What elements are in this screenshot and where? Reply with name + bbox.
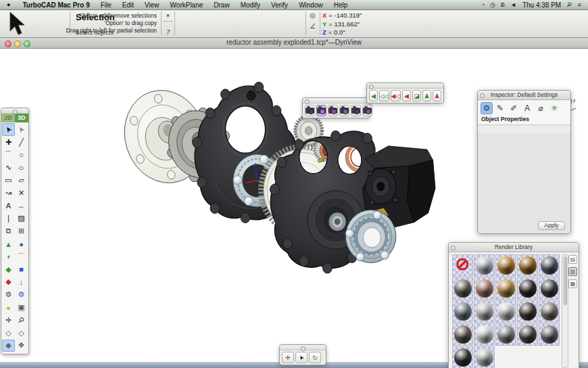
render-options-tool[interactable]: ❖	[15, 340, 28, 352]
polygon-tool[interactable]: ▱	[15, 174, 28, 187]
ellipse-tool[interactable]: ○	[15, 161, 28, 174]
material-swatch[interactable]	[495, 323, 516, 346]
select-crossing-filter[interactable]: ◀◁	[391, 90, 401, 101]
notification-center-icon[interactable]: ≡	[578, 1, 581, 8]
cone-tool[interactable]: ▲	[2, 237, 15, 250]
point-tool[interactable]: ✚	[2, 136, 15, 149]
sphere-tool[interactable]: ●	[15, 237, 28, 250]
material-swatch[interactable]	[539, 254, 560, 277]
render-library-title-bar[interactable]: Render Library	[449, 243, 579, 252]
material-swatch[interactable]	[452, 346, 473, 368]
angle-toggle-icon[interactable]: ∠	[308, 22, 318, 30]
hidden-line-view-tool[interactable]: ◇	[15, 327, 28, 340]
material-swatch[interactable]	[517, 300, 538, 323]
material-swatch[interactable]	[517, 323, 538, 346]
edit-material-button[interactable]: ▥	[568, 267, 577, 276]
render-library-close-button[interactable]	[451, 246, 456, 250]
sketch-line-tool[interactable]: ❘	[2, 212, 15, 225]
material-swatch[interactable]	[495, 300, 516, 323]
camera-photo-button[interactable]	[351, 105, 361, 116]
material-swatch[interactable]	[474, 300, 495, 323]
material-swatch[interactable]	[517, 277, 538, 300]
hatch-tool[interactable]: ▨	[15, 212, 28, 225]
new-material-button[interactable]: ▤	[568, 255, 577, 264]
palette-title-bar[interactable]	[367, 83, 443, 89]
menu-modify[interactable]: Modify	[235, 1, 266, 9]
pan-hand-button[interactable]: ✛	[282, 352, 294, 363]
material-swatch[interactable]	[474, 254, 495, 277]
rectangle-tool[interactable]: ▭	[2, 174, 15, 187]
orbit-button[interactable]: ↻	[309, 352, 321, 363]
filter-dropdown-icon[interactable]: ▼	[162, 13, 174, 19]
shaded-view-tool[interactable]: ◆	[2, 340, 15, 352]
menu-verify[interactable]: Verify	[266, 1, 293, 9]
material-swatch[interactable]	[474, 346, 495, 368]
line-tool[interactable]: ╱	[15, 136, 28, 149]
material-swatch[interactable]	[539, 323, 560, 346]
menu-edit[interactable]: Edit	[117, 1, 139, 9]
text-tool[interactable]: A	[2, 200, 15, 212]
axes-style-tab[interactable]: ✳	[548, 102, 560, 114]
window-title-bar[interactable]: reductor assembly exploded1.tcp*—DynView	[0, 37, 588, 49]
measure-tool[interactable]: ▣	[15, 301, 28, 314]
arc-tool[interactable]: ⌒	[2, 149, 15, 162]
menu-help[interactable]: Help	[328, 1, 353, 9]
gear-tool[interactable]: ⚙	[2, 288, 15, 301]
material-swatch[interactable]	[452, 323, 473, 346]
menu-app[interactable]: TurboCAD Mac Pro 9	[17, 1, 95, 9]
material-list-button[interactable]: ▦	[568, 279, 577, 288]
tab-2d[interactable]: 2D	[1, 114, 15, 122]
material-swatch[interactable]	[452, 277, 473, 300]
select-hidden-filter[interactable]: ♟	[433, 90, 441, 101]
select-outside-filter[interactable]: ◀	[402, 90, 411, 101]
inspector-title-bar[interactable]: Inspector: Default Settings	[478, 91, 570, 100]
sync-menu-icon[interactable]: ◔	[481, 1, 485, 8]
spotlight-icon[interactable]: ⚲	[566, 1, 574, 9]
compass-toggle-icon[interactable]: ◎	[308, 12, 318, 19]
select-inside-filter[interactable]: ◁◁	[379, 90, 389, 101]
plane-tool[interactable]: ◆	[2, 263, 15, 276]
material-swatch[interactable]	[517, 254, 538, 277]
array-tool[interactable]: ⊞	[15, 225, 28, 237]
help-button[interactable]: ?	[162, 28, 174, 36]
camera-iso-button[interactable]	[316, 105, 326, 116]
material-none[interactable]: ⊘	[452, 254, 473, 277]
material-scrollbar[interactable]	[562, 254, 568, 368]
apply-button[interactable]: Apply	[538, 221, 565, 230]
palette-close-button[interactable]	[13, 110, 18, 114]
sphere-yellow-tool[interactable]: ●	[2, 301, 15, 314]
wireframe-view-tool[interactable]: ◇	[2, 327, 15, 340]
revolve-tool[interactable]: ◖	[2, 250, 15, 263]
object-properties-tab[interactable]: ⚙	[481, 102, 493, 114]
extrude-tool[interactable]: ↓	[15, 276, 28, 289]
boolean-tool[interactable]: ◆	[2, 276, 15, 289]
select-all-filter[interactable]: ◀	[369, 90, 378, 101]
bluetooth-menu-icon[interactable]: Ƀ	[501, 1, 505, 8]
dimension-style-tab[interactable]: ⌀	[535, 102, 547, 114]
spline-tool[interactable]: ∿	[2, 161, 15, 174]
material-swatch[interactable]	[539, 277, 560, 300]
clock-menu-icon[interactable]: ◷	[490, 1, 495, 8]
volume-menu-icon[interactable]: ◄	[510, 1, 516, 8]
palette-close-button[interactable]	[305, 99, 310, 104]
menu-view[interactable]: View	[139, 1, 165, 9]
select-open-tool[interactable]: ➤	[15, 123, 28, 136]
camera-front-button[interactable]	[305, 105, 315, 116]
circle-tool[interactable]: ○	[15, 149, 28, 162]
menu-workplane[interactable]: WorkPlane	[165, 1, 209, 9]
inspector-close-button[interactable]	[480, 93, 485, 98]
palette-close-button[interactable]	[369, 85, 374, 89]
gear-assembly-tool[interactable]: ⚙	[15, 288, 28, 301]
bearing-part-2[interactable]	[345, 210, 396, 262]
select-overlap-filter[interactable]: ◪	[412, 90, 421, 101]
menu-clock[interactable]: Thu 4:38 PM	[522, 1, 561, 9]
palette-title-bar[interactable]	[1, 108, 28, 114]
apple-menu-icon[interactable]: ●	[7, 1, 10, 8]
select-arrow-button[interactable]: ➤	[295, 352, 308, 363]
curve-tool[interactable]: ↝	[2, 187, 15, 200]
menu-draw[interactable]: Draw	[208, 1, 235, 9]
text-style-tab[interactable]: A	[521, 102, 533, 114]
menu-window[interactable]: Window	[293, 1, 328, 9]
menu-file[interactable]: File	[95, 1, 117, 9]
select-visible-filter[interactable]: ♟	[422, 90, 431, 101]
